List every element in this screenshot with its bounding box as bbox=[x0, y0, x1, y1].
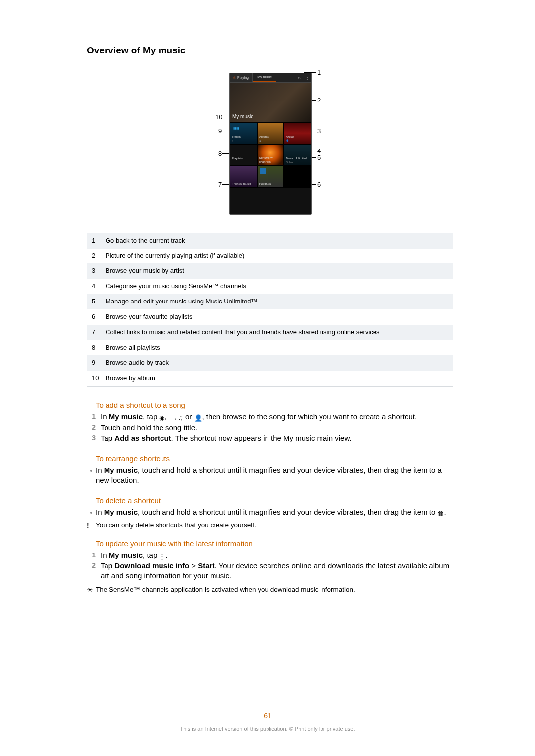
tile-artists: Artists👤 bbox=[284, 122, 311, 144]
list-item: • In My music, touch and hold a shortcut… bbox=[87, 465, 453, 485]
tab-mymusic: My music bbox=[253, 73, 276, 82]
table-row: 5Manage and edit your music using Music … bbox=[87, 294, 453, 309]
tile-empty bbox=[284, 166, 311, 188]
section-heading: To rearrange shortcuts bbox=[96, 454, 453, 464]
table-row: 7Collect links to music and related cont… bbox=[87, 325, 453, 340]
overview-figure: 1 2 3 4 5 6 7 8 9 10 bbox=[87, 67, 453, 220]
hero-image: My music bbox=[230, 83, 311, 122]
tile-albums: Albums◉ bbox=[257, 122, 284, 144]
tile-friends: Friends' music bbox=[230, 166, 257, 188]
steps-rearrange: • In My music, touch and hold a shortcut… bbox=[87, 465, 453, 485]
list-item: • In My music, touch and hold a shortcut… bbox=[87, 507, 453, 517]
list-item: 1 In My music, tap ⋮. bbox=[87, 551, 453, 560]
artist-icon: 👤 bbox=[194, 415, 202, 421]
callout-3: 3 bbox=[317, 127, 321, 136]
overflow-icon: ⋮ bbox=[303, 74, 311, 81]
callout-5: 5 bbox=[317, 154, 321, 162]
table-row: 4Categorise your music using SensMe™ cha… bbox=[87, 279, 453, 294]
list-item: 1 In My music, tap ◉, ≣, ♫ or 👤, then br… bbox=[87, 412, 453, 422]
warning-icon: ! bbox=[87, 521, 96, 530]
tab-playing: ◎ Playing bbox=[230, 73, 253, 82]
table-row: 8Browse all playlists bbox=[87, 340, 453, 355]
table-row: 1Go back to the current track bbox=[87, 233, 453, 249]
callout-8: 8 bbox=[218, 150, 222, 158]
table-row: 6Browse your favourite playlists bbox=[87, 309, 453, 325]
callout-7: 7 bbox=[218, 181, 222, 189]
section-heading: To update your music with the latest inf… bbox=[96, 539, 453, 549]
legend-table: 1Go back to the current track 2Picture o… bbox=[87, 233, 453, 387]
disc-icon: ◉ bbox=[159, 415, 164, 421]
callout-6: 6 bbox=[317, 181, 321, 189]
table-row: 10Browse by album bbox=[87, 371, 453, 386]
steps-delete: • In My music, touch and hold a shortcut… bbox=[87, 507, 453, 517]
table-row: 9Browse audio by track bbox=[87, 355, 453, 371]
tile-playlists: Playlists≣ bbox=[230, 144, 257, 166]
section-heading: To delete a shortcut bbox=[96, 496, 453, 505]
tile-tracks: ▮▮▮▮ Tracks♫ bbox=[230, 122, 257, 144]
document-page: Overview of My music 1 2 3 4 5 6 7 8 9 1… bbox=[0, 0, 535, 756]
tile-podcasts: Podcasts bbox=[257, 166, 284, 188]
footer-text: This is an Internet version of this publ… bbox=[0, 725, 535, 732]
steps-update: 1 In My music, tap ⋮. 2 Tap Download mus… bbox=[87, 551, 453, 581]
steps-add-shortcut: 1 In My music, tap ◉, ≣, ♫ or 👤, then br… bbox=[87, 412, 453, 443]
callout-9: 9 bbox=[218, 127, 222, 136]
list-item: 2Touch and hold the song title. bbox=[87, 423, 453, 433]
note-icon: ♫ bbox=[178, 415, 183, 421]
callout-1: 1 bbox=[317, 69, 321, 77]
callout-2: 2 bbox=[317, 97, 321, 105]
tile-music-unlimited: Music UnlimitedOnline bbox=[284, 144, 311, 166]
list-item: 2 Tap Download music info > Start. Your … bbox=[87, 561, 453, 580]
tip-update: The SensMe™ channels application is acti… bbox=[87, 585, 453, 594]
table-row: 2Picture of the currently playing artist… bbox=[87, 249, 453, 264]
page-title: Overview of My music bbox=[87, 45, 453, 57]
trash-icon: 🗑 bbox=[437, 510, 444, 517]
list-item: 3 Tap Add as shortcut. The shortcut now … bbox=[87, 433, 453, 443]
table-row: 3Browse your music by artist bbox=[87, 263, 453, 279]
search-icon: ⌕ bbox=[295, 74, 303, 81]
page-number: 61 bbox=[0, 711, 535, 720]
note-delete: ! You can only delete shortcuts that you… bbox=[87, 521, 453, 530]
playlist-icon: ≣ bbox=[169, 415, 174, 421]
tile-sensme: SensMe™ channels bbox=[257, 144, 284, 166]
section-heading: To add a shortcut to a song bbox=[96, 401, 453, 410]
overflow-icon: ⋮ bbox=[159, 554, 165, 560]
phone-screenshot: ◎ Playing My music ⌕ ⋮ My music ▮▮▮▮ Tra… bbox=[229, 73, 312, 215]
tip-icon bbox=[87, 585, 96, 594]
callout-10: 10 bbox=[215, 113, 222, 122]
